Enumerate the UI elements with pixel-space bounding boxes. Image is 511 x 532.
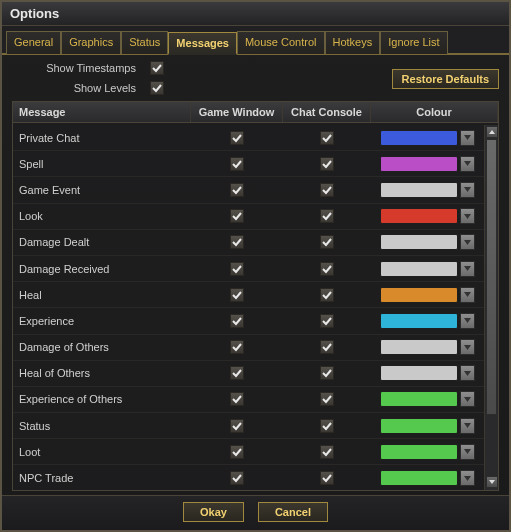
checkbox-chat-console[interactable] (320, 314, 334, 328)
cell-chat-console (283, 445, 371, 459)
tab-general[interactable]: General (6, 31, 61, 54)
colour-dropdown-button[interactable] (460, 261, 475, 277)
tab-graphics[interactable]: Graphics (61, 31, 121, 54)
checkbox-game-window[interactable] (230, 131, 244, 145)
checkbox-game-window[interactable] (230, 471, 244, 485)
colour-swatch (380, 287, 458, 303)
colour-dropdown-button[interactable] (460, 444, 475, 460)
colour-picker[interactable] (380, 234, 475, 250)
colour-dropdown-button[interactable] (460, 182, 475, 198)
checkbox-chat-console[interactable] (320, 340, 334, 354)
colour-dropdown-button[interactable] (460, 287, 475, 303)
svg-marker-2 (464, 187, 471, 192)
checkbox-chat-console[interactable] (320, 419, 334, 433)
colour-picker[interactable] (380, 182, 475, 198)
colour-picker[interactable] (380, 339, 475, 355)
colour-dropdown-button[interactable] (460, 156, 475, 172)
checkbox-chat-console[interactable] (320, 392, 334, 406)
column-header-message[interactable]: Message (13, 102, 191, 122)
cancel-button[interactable]: Cancel (258, 502, 328, 522)
checkbox-game-window[interactable] (230, 183, 244, 197)
check-icon (322, 316, 332, 326)
colour-dropdown-button[interactable] (460, 130, 475, 146)
checkbox-game-window[interactable] (230, 340, 244, 354)
scroll-track[interactable] (486, 139, 497, 476)
colour-picker[interactable] (380, 418, 475, 434)
checkbox-game-window[interactable] (230, 235, 244, 249)
colour-dropdown-button[interactable] (460, 313, 475, 329)
tab-mouse-control[interactable]: Mouse Control (237, 31, 325, 54)
checkbox-chat-console[interactable] (320, 183, 334, 197)
colour-dropdown-button[interactable] (460, 470, 475, 486)
message-name: Heal of Others (13, 367, 191, 379)
checkbox-game-window[interactable] (230, 366, 244, 380)
checkbox-chat-console[interactable] (320, 209, 334, 223)
scrollbar-vertical[interactable] (484, 125, 498, 490)
check-icon (322, 421, 332, 431)
colour-dropdown-button[interactable] (460, 339, 475, 355)
check-icon (322, 394, 332, 404)
checkbox-chat-console[interactable] (320, 288, 334, 302)
chevron-down-icon (464, 318, 471, 323)
checkbox-chat-console[interactable] (320, 471, 334, 485)
checkbox-chat-console[interactable] (320, 445, 334, 459)
checkbox-game-window[interactable] (230, 445, 244, 459)
checkbox-chat-console[interactable] (320, 262, 334, 276)
colour-picker[interactable] (380, 287, 475, 303)
column-header-colour[interactable]: Colour (371, 102, 498, 122)
checkbox-game-window[interactable] (230, 314, 244, 328)
checkbox-chat-console[interactable] (320, 235, 334, 249)
check-icon (232, 342, 242, 352)
okay-button[interactable]: Okay (183, 502, 244, 522)
scroll-up-button[interactable] (486, 126, 498, 138)
tab-messages[interactable]: Messages (168, 32, 237, 55)
colour-picker[interactable] (380, 470, 475, 486)
svg-marker-7 (464, 318, 471, 323)
check-icon (322, 237, 332, 247)
column-header-game-window[interactable]: Game Window (191, 102, 283, 122)
cell-chat-console (283, 183, 371, 197)
colour-picker[interactable] (380, 208, 475, 224)
scroll-thumb[interactable] (486, 139, 497, 415)
chevron-down-icon (464, 161, 471, 166)
checkbox-show-levels[interactable] (150, 81, 164, 95)
colour-dropdown-button[interactable] (460, 365, 475, 381)
colour-picker[interactable] (380, 444, 475, 460)
check-icon (322, 368, 332, 378)
check-icon (322, 133, 332, 143)
colour-dropdown-button[interactable] (460, 234, 475, 250)
cell-game-window (191, 235, 283, 249)
window-title: Options (10, 6, 59, 21)
checkbox-chat-console[interactable] (320, 157, 334, 171)
checkbox-game-window[interactable] (230, 419, 244, 433)
scroll-down-button[interactable] (486, 476, 498, 488)
restore-defaults-button[interactable]: Restore Defaults (392, 69, 499, 89)
svg-marker-13 (464, 476, 471, 481)
tab-status[interactable]: Status (121, 31, 168, 54)
svg-marker-14 (489, 130, 495, 134)
cell-game-window (191, 419, 283, 433)
checkbox-show-timestamps[interactable] (150, 61, 164, 75)
cell-game-window (191, 471, 283, 485)
tab-ignore-list[interactable]: Ignore List (380, 31, 447, 54)
colour-picker[interactable] (380, 156, 475, 172)
colour-picker[interactable] (380, 261, 475, 277)
colour-dropdown-button[interactable] (460, 208, 475, 224)
colour-dropdown-button[interactable] (460, 391, 475, 407)
checkbox-game-window[interactable] (230, 262, 244, 276)
checkbox-chat-console[interactable] (320, 131, 334, 145)
checkbox-game-window[interactable] (230, 157, 244, 171)
colour-picker[interactable] (380, 313, 475, 329)
checkbox-game-window[interactable] (230, 392, 244, 406)
column-header-chat-console[interactable]: Chat Console (283, 102, 371, 122)
message-name: Spell (13, 158, 191, 170)
colour-picker[interactable] (380, 391, 475, 407)
checkbox-chat-console[interactable] (320, 366, 334, 380)
colour-dropdown-button[interactable] (460, 418, 475, 434)
checkbox-game-window[interactable] (230, 288, 244, 302)
tab-hotkeys[interactable]: Hotkeys (325, 31, 381, 54)
colour-picker[interactable] (380, 365, 475, 381)
colour-picker[interactable] (380, 130, 475, 146)
checkbox-game-window[interactable] (230, 209, 244, 223)
cell-chat-console (283, 340, 371, 354)
